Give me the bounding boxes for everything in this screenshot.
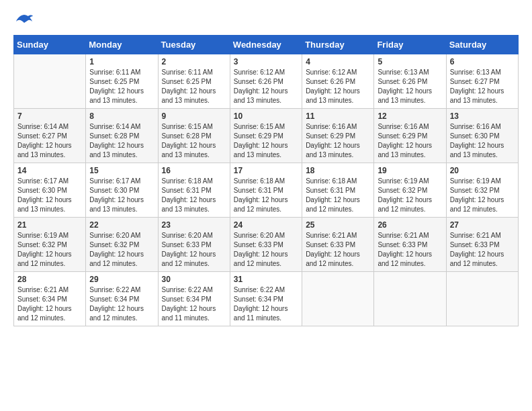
day-number: 2 <box>162 57 226 66</box>
calendar-cell: 20 Sunrise: 6:19 AM Sunset: 6:32 PM Dayl… <box>446 163 518 218</box>
calendar-week-row: 14 Sunrise: 6:17 AM Sunset: 6:30 PM Dayl… <box>14 163 519 218</box>
sunset-text: Sunset: 6:34 PM <box>89 295 139 303</box>
calendar-week-row: 28 Sunrise: 6:21 AM Sunset: 6:34 PM Dayl… <box>14 272 519 326</box>
day-number: 6 <box>450 57 515 66</box>
day-number: 14 <box>17 166 82 175</box>
calendar-cell: 14 Sunrise: 6:17 AM Sunset: 6:30 PM Dayl… <box>14 163 86 218</box>
day-info: Sunrise: 6:20 AM Sunset: 6:33 PM Dayligh… <box>162 231 226 269</box>
sunrise-text: Sunrise: 6:13 AM <box>450 68 501 76</box>
daylight-text: Daylight: 12 hours and 12 minutes. <box>306 196 360 213</box>
calendar-week-row: 1 Sunrise: 6:11 AM Sunset: 6:25 PM Dayli… <box>14 54 519 109</box>
day-number: 7 <box>17 111 82 121</box>
sunrise-text: Sunrise: 6:14 AM <box>89 123 140 130</box>
day-info: Sunrise: 6:16 AM Sunset: 6:29 PM Dayligh… <box>378 122 442 160</box>
daylight-text: Daylight: 12 hours and 13 minutes. <box>89 142 144 158</box>
sunrise-text: Sunrise: 6:16 AM <box>378 123 429 130</box>
day-info: Sunrise: 6:12 AM Sunset: 6:26 PM Dayligh… <box>306 68 370 105</box>
sunrise-text: Sunrise: 6:17 AM <box>89 177 140 185</box>
sunrise-text: Sunrise: 6:21 AM <box>378 232 429 239</box>
sunrise-text: Sunrise: 6:19 AM <box>378 177 429 185</box>
sunrise-text: Sunrise: 6:15 AM <box>234 123 285 130</box>
daylight-text: Daylight: 12 hours and 12 minutes. <box>378 196 432 213</box>
daylight-text: Daylight: 12 hours and 13 minutes. <box>378 87 432 104</box>
sunset-text: Sunset: 6:33 PM <box>378 241 427 248</box>
sunset-text: Sunset: 6:32 PM <box>89 241 139 248</box>
sunrise-text: Sunrise: 6:12 AM <box>306 68 357 76</box>
calendar-cell: 6 Sunrise: 6:13 AM Sunset: 6:27 PM Dayli… <box>446 54 518 109</box>
day-info: Sunrise: 6:21 AM Sunset: 6:33 PM Dayligh… <box>378 231 442 269</box>
sunrise-text: Sunrise: 6:14 AM <box>17 123 69 130</box>
sunset-text: Sunset: 6:33 PM <box>234 241 283 248</box>
day-info: Sunrise: 6:20 AM Sunset: 6:33 PM Dayligh… <box>234 231 298 269</box>
sunrise-text: Sunrise: 6:22 AM <box>89 286 140 293</box>
weekday-header: Monday <box>86 36 158 54</box>
sunset-text: Sunset: 6:34 PM <box>17 295 67 303</box>
daylight-text: Daylight: 12 hours and 13 minutes. <box>378 142 432 158</box>
day-info: Sunrise: 6:20 AM Sunset: 6:32 PM Dayligh… <box>89 231 154 269</box>
daylight-text: Daylight: 12 hours and 12 minutes. <box>450 250 504 267</box>
daylight-text: Daylight: 12 hours and 12 minutes. <box>234 196 288 213</box>
daylight-text: Daylight: 12 hours and 13 minutes. <box>306 87 360 104</box>
calendar-week-row: 21 Sunrise: 6:19 AM Sunset: 6:32 PM Dayl… <box>14 218 519 272</box>
sunset-text: Sunset: 6:27 PM <box>17 132 67 140</box>
day-number: 28 <box>17 275 82 284</box>
sunset-text: Sunset: 6:29 PM <box>378 132 427 140</box>
day-info: Sunrise: 6:16 AM Sunset: 6:30 PM Dayligh… <box>450 122 515 160</box>
calendar-cell: 23 Sunrise: 6:20 AM Sunset: 6:33 PM Dayl… <box>158 218 230 272</box>
sunset-text: Sunset: 6:26 PM <box>306 78 355 85</box>
calendar-cell: 29 Sunrise: 6:22 AM Sunset: 6:34 PM Dayl… <box>86 272 158 326</box>
sunset-text: Sunset: 6:32 PM <box>378 187 427 194</box>
sunset-text: Sunset: 6:25 PM <box>89 78 139 85</box>
calendar-cell: 12 Sunrise: 6:16 AM Sunset: 6:29 PM Dayl… <box>374 109 446 163</box>
daylight-text: Daylight: 12 hours and 13 minutes. <box>162 142 216 158</box>
calendar-cell: 7 Sunrise: 6:14 AM Sunset: 6:27 PM Dayli… <box>14 109 86 163</box>
sunset-text: Sunset: 6:32 PM <box>17 241 67 248</box>
weekday-header: Sunday <box>14 36 86 54</box>
calendar-cell <box>302 272 374 326</box>
day-info: Sunrise: 6:13 AM Sunset: 6:27 PM Dayligh… <box>450 68 515 105</box>
sunset-text: Sunset: 6:28 PM <box>162 132 212 140</box>
sunrise-text: Sunrise: 6:19 AM <box>450 177 501 185</box>
logo <box>13 13 34 28</box>
day-number: 3 <box>234 57 298 66</box>
day-info: Sunrise: 6:19 AM Sunset: 6:32 PM Dayligh… <box>378 177 442 214</box>
day-info: Sunrise: 6:18 AM Sunset: 6:31 PM Dayligh… <box>234 177 298 214</box>
sunset-text: Sunset: 6:29 PM <box>234 132 283 140</box>
sunrise-text: Sunrise: 6:11 AM <box>162 68 213 76</box>
sunset-text: Sunset: 6:29 PM <box>306 132 355 140</box>
day-number: 30 <box>162 275 226 284</box>
calendar-cell <box>14 54 86 109</box>
calendar-cell: 10 Sunrise: 6:15 AM Sunset: 6:29 PM Dayl… <box>230 109 302 163</box>
daylight-text: Daylight: 12 hours and 13 minutes. <box>234 142 288 158</box>
daylight-text: Daylight: 12 hours and 12 minutes. <box>17 305 72 322</box>
day-number: 16 <box>162 166 226 175</box>
calendar-cell: 22 Sunrise: 6:20 AM Sunset: 6:32 PM Dayl… <box>86 218 158 272</box>
day-number: 9 <box>162 111 226 121</box>
daylight-text: Daylight: 12 hours and 12 minutes. <box>306 250 360 267</box>
daylight-text: Daylight: 12 hours and 12 minutes. <box>89 250 144 267</box>
calendar-cell: 3 Sunrise: 6:12 AM Sunset: 6:26 PM Dayli… <box>230 54 302 109</box>
daylight-text: Daylight: 12 hours and 13 minutes. <box>234 87 288 104</box>
day-number: 13 <box>450 111 515 121</box>
sunset-text: Sunset: 6:31 PM <box>306 187 355 194</box>
sunset-text: Sunset: 6:33 PM <box>450 241 500 248</box>
day-number: 20 <box>450 166 515 175</box>
sunset-text: Sunset: 6:26 PM <box>234 78 283 85</box>
sunset-text: Sunset: 6:31 PM <box>234 187 283 194</box>
sunset-text: Sunset: 6:34 PM <box>162 295 212 303</box>
calendar-cell: 27 Sunrise: 6:21 AM Sunset: 6:33 PM Dayl… <box>446 218 518 272</box>
day-number: 26 <box>378 220 442 230</box>
calendar-cell: 13 Sunrise: 6:16 AM Sunset: 6:30 PM Dayl… <box>446 109 518 163</box>
calendar-cell: 11 Sunrise: 6:16 AM Sunset: 6:29 PM Dayl… <box>302 109 374 163</box>
calendar-cell: 21 Sunrise: 6:19 AM Sunset: 6:32 PM Dayl… <box>14 218 86 272</box>
day-info: Sunrise: 6:22 AM Sunset: 6:34 PM Dayligh… <box>234 285 298 323</box>
weekday-header: Friday <box>374 36 446 54</box>
sunrise-text: Sunrise: 6:20 AM <box>162 232 213 239</box>
sunset-text: Sunset: 6:30 PM <box>450 132 500 140</box>
day-number: 22 <box>89 220 154 230</box>
day-number: 18 <box>306 166 370 175</box>
sunrise-text: Sunrise: 6:15 AM <box>162 123 213 130</box>
daylight-text: Daylight: 12 hours and 12 minutes. <box>450 196 504 213</box>
day-info: Sunrise: 6:17 AM Sunset: 6:30 PM Dayligh… <box>17 177 82 214</box>
sunrise-text: Sunrise: 6:21 AM <box>17 286 69 293</box>
